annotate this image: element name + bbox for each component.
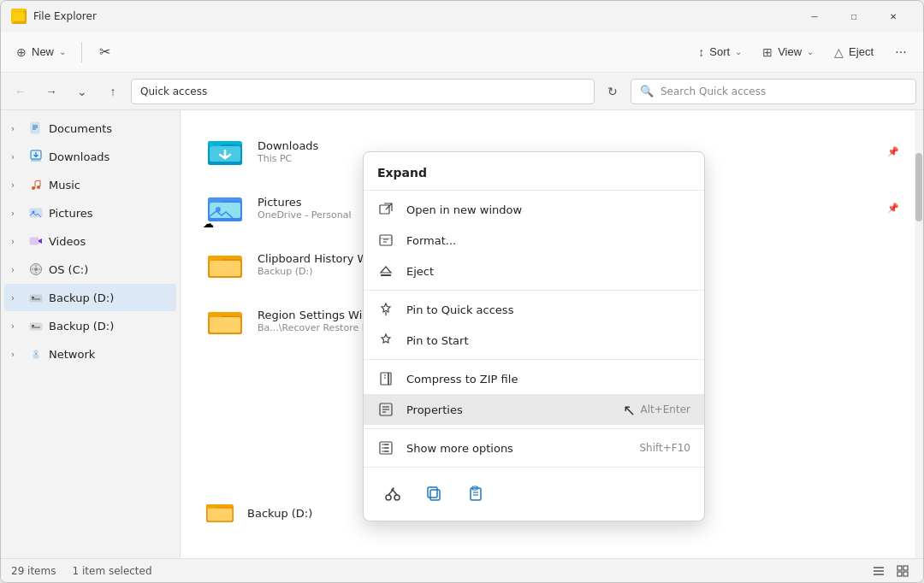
sidebar-item-backup1[interactable]: › Backup (D:) bbox=[4, 284, 176, 311]
sidebar-network-label: Network bbox=[49, 348, 169, 361]
svg-rect-18 bbox=[32, 299, 40, 300]
scrollbar[interactable] bbox=[915, 110, 923, 558]
more-icon: ··· bbox=[895, 44, 906, 60]
svg-rect-74 bbox=[903, 566, 908, 570]
documents-icon bbox=[28, 121, 44, 136]
context-menu-divider-2 bbox=[364, 290, 704, 291]
cut-action-button[interactable] bbox=[377, 478, 408, 509]
context-menu-divider-5 bbox=[364, 467, 704, 468]
sort-label: Sort bbox=[709, 45, 730, 58]
context-menu-pin-start[interactable]: Pin to Start bbox=[364, 325, 704, 356]
refresh-button[interactable]: ↻ bbox=[600, 79, 625, 104]
back-button[interactable]: ← bbox=[8, 79, 33, 104]
svg-rect-45 bbox=[208, 509, 233, 521]
format-icon bbox=[377, 232, 394, 249]
minimize-button[interactable]: ─ bbox=[795, 1, 834, 32]
sidebar-item-music[interactable]: › Music bbox=[4, 171, 176, 198]
open-new-window-icon bbox=[377, 201, 394, 218]
context-menu-show-more[interactable]: Show more options Shift+F10 bbox=[364, 433, 704, 463]
toolbar: ⊕ New ⌄ ✂ ↕ Sort ⌄ ⊞ View ⌄ △ Eject ··· bbox=[1, 32, 923, 73]
cut-icon: ✂ bbox=[99, 44, 110, 60]
svg-rect-36 bbox=[208, 256, 222, 262]
context-menu-eject[interactable]: Eject bbox=[364, 256, 704, 286]
context-menu-format[interactable]: Format... bbox=[364, 225, 704, 256]
svg-rect-22 bbox=[33, 355, 38, 358]
sidebar-videos-label: Videos bbox=[49, 235, 169, 248]
search-placeholder: Search Quick access bbox=[660, 85, 766, 97]
chevron-icon: › bbox=[11, 180, 23, 190]
context-menu-actions bbox=[364, 471, 704, 515]
new-button[interactable]: ⊕ New ⌄ bbox=[8, 37, 74, 68]
grid-view-button[interactable] bbox=[892, 561, 913, 581]
sidebar-osc-label: OS (C:) bbox=[49, 263, 169, 276]
pin-start-label: Pin to Start bbox=[406, 334, 690, 347]
onedrive-badge: ☁ bbox=[203, 217, 214, 230]
close-button[interactable]: ✕ bbox=[874, 1, 913, 32]
pictures-folder-icon: ☁ bbox=[204, 187, 246, 228]
copy-action-button[interactable] bbox=[418, 478, 449, 509]
properties-shortcut: Alt+Enter bbox=[640, 403, 690, 415]
sidebar-item-downloads[interactable]: › Downloads bbox=[4, 143, 176, 170]
app-icon bbox=[11, 9, 27, 24]
pin-quick-icon bbox=[377, 301, 394, 318]
forward-button[interactable]: → bbox=[38, 79, 64, 104]
maximize-button[interactable]: □ bbox=[834, 1, 874, 32]
svg-rect-51 bbox=[388, 373, 391, 385]
show-more-icon bbox=[377, 439, 394, 456]
osc-icon bbox=[28, 262, 44, 277]
cut-button[interactable]: ✂ bbox=[89, 37, 120, 68]
svg-rect-19 bbox=[30, 323, 42, 330]
folder-yellow2-icon bbox=[204, 300, 246, 341]
sidebar-item-backup2[interactable]: › Backup (D:) bbox=[4, 312, 176, 339]
svg-rect-8 bbox=[31, 159, 41, 162]
svg-rect-32 bbox=[210, 203, 240, 218]
context-menu-zip[interactable]: Compress to ZIP file bbox=[364, 363, 704, 394]
refresh-icon: ↻ bbox=[607, 85, 618, 98]
chevron-icon: › bbox=[11, 209, 23, 218]
address-path[interactable]: Quick access bbox=[131, 79, 595, 104]
up-button[interactable]: ↑ bbox=[100, 79, 126, 104]
svg-rect-65 bbox=[428, 487, 437, 498]
context-menu-pin-quick[interactable]: Pin to Quick access bbox=[364, 294, 704, 325]
paste-action-button[interactable] bbox=[459, 478, 490, 509]
svg-rect-13 bbox=[30, 238, 38, 244]
list-item-bottom[interactable]: Backup (D:) bbox=[194, 492, 323, 534]
chevron-icon: › bbox=[11, 293, 23, 303]
chevron-icon: › bbox=[11, 124, 23, 133]
videos-icon bbox=[28, 233, 44, 249]
svg-point-59 bbox=[386, 495, 391, 500]
new-plus-icon: ⊕ bbox=[16, 45, 27, 59]
view-button[interactable]: ⊞ View ⌄ bbox=[754, 37, 822, 68]
more-button[interactable]: ··· bbox=[886, 37, 916, 68]
title-bar: File Explorer ─ □ ✕ bbox=[1, 1, 923, 32]
properties-icon bbox=[377, 401, 394, 418]
up-icon: ↑ bbox=[110, 85, 116, 98]
pin-icon: 📌 bbox=[887, 146, 899, 157]
eject-button[interactable]: △ Eject bbox=[826, 37, 882, 68]
view-label: View bbox=[778, 45, 802, 58]
sidebar-item-videos[interactable]: › Videos bbox=[4, 227, 176, 255]
scrollbar-thumb[interactable] bbox=[915, 153, 922, 221]
recent-chevron-icon: ⌄ bbox=[77, 85, 87, 98]
sort-button[interactable]: ↕ Sort ⌄ bbox=[690, 37, 750, 68]
eject-label: Eject bbox=[406, 265, 690, 278]
sidebar-documents-label: Documents bbox=[49, 122, 169, 135]
list-view-button[interactable] bbox=[868, 561, 889, 581]
folder-bottom-icon bbox=[204, 498, 235, 528]
svg-rect-76 bbox=[903, 572, 908, 576]
forward-icon: → bbox=[45, 85, 57, 98]
context-menu-expand[interactable]: Expand bbox=[364, 157, 704, 186]
svg-rect-2 bbox=[13, 13, 25, 21]
sidebar-item-osc[interactable]: › OS (C:) bbox=[4, 256, 176, 283]
sidebar-item-documents[interactable]: › Documents bbox=[4, 115, 176, 142]
recent-button[interactable]: ⌄ bbox=[69, 79, 95, 104]
format-label: Format... bbox=[406, 234, 690, 247]
context-menu-properties[interactable]: Properties Alt+Enter ↖ bbox=[364, 394, 704, 425]
item-name: Downloads bbox=[258, 139, 875, 152]
folder-yellow-icon bbox=[204, 244, 246, 285]
svg-rect-40 bbox=[208, 312, 222, 318]
sidebar-item-network[interactable]: › Network bbox=[4, 340, 176, 368]
search-box[interactable]: 🔍 Search Quick access bbox=[631, 79, 916, 104]
sidebar-item-pictures[interactable]: › Pictures bbox=[4, 199, 176, 227]
context-menu-open-new-window[interactable]: Open in new window bbox=[364, 194, 704, 225]
